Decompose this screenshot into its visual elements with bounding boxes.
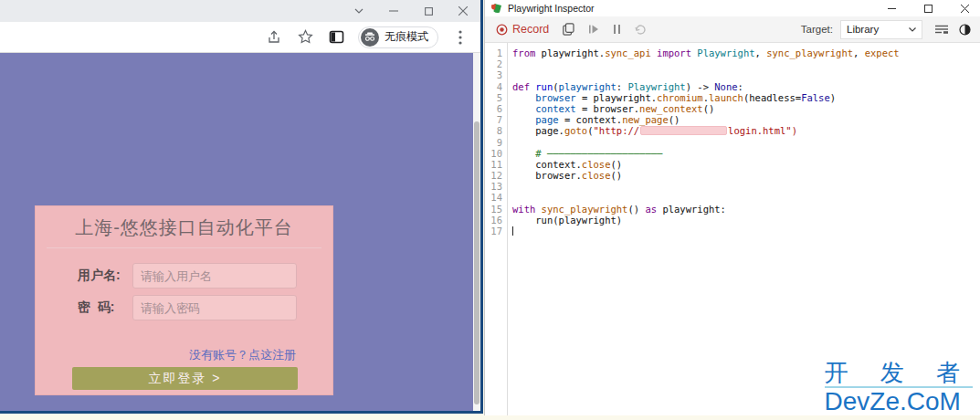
login-button[interactable]: 立即登录 > bbox=[72, 367, 298, 390]
divider bbox=[47, 247, 321, 248]
record-label: Record bbox=[512, 23, 549, 36]
code-line: 14 bbox=[485, 192, 980, 203]
code-text: def run(playwright: Playwright) -> None: bbox=[507, 81, 743, 92]
browser-toolbar: 无痕模式 bbox=[0, 22, 480, 53]
watermark-en: DevZe.CoM bbox=[825, 389, 973, 415]
code-line: 17 bbox=[485, 226, 980, 236]
code-text: page.goto("http://login.html") bbox=[507, 125, 797, 136]
target-select[interactable]: Library bbox=[840, 20, 922, 39]
side-panel-icon[interactable] bbox=[327, 28, 345, 47]
incognito-icon bbox=[361, 28, 379, 47]
resume-icon[interactable] bbox=[588, 24, 599, 35]
code-line: 15with sync_playwright() as playwright: bbox=[485, 204, 980, 215]
inspector-toolbar: Record Target: Library bbox=[485, 16, 980, 43]
password-row: 密 码: bbox=[78, 295, 312, 320]
share-icon[interactable] bbox=[265, 28, 283, 47]
record-controls: Record bbox=[496, 23, 801, 36]
scrollbar-thumb[interactable] bbox=[474, 121, 479, 404]
inspector-close-button[interactable] bbox=[949, 0, 980, 16]
line-number: 9 bbox=[485, 137, 507, 148]
inspector-minimize-button[interactable] bbox=[876, 0, 907, 16]
line-number: 10 bbox=[485, 148, 507, 159]
username-label: 用户名: bbox=[78, 268, 132, 284]
code-text: with sync_playwright() as playwright: bbox=[507, 204, 726, 215]
line-number: 8 bbox=[485, 125, 507, 136]
target-controls: Target: Library bbox=[801, 20, 971, 39]
watermark: 开 发 者 DevZe.CoM bbox=[825, 361, 973, 415]
bookmark-star-icon[interactable] bbox=[296, 28, 314, 47]
select-chevron-icon bbox=[909, 27, 916, 32]
code-line: 10 # ──────────────────── bbox=[485, 148, 980, 159]
code-line: 7 page = context.new_page() bbox=[485, 114, 980, 125]
line-number: 17 bbox=[485, 226, 507, 236]
inspector-title: Playwright Inspector bbox=[508, 3, 870, 14]
code-text bbox=[507, 192, 512, 203]
maximize-button[interactable] bbox=[411, 0, 446, 22]
code-text bbox=[507, 137, 512, 148]
line-number: 7 bbox=[485, 114, 507, 125]
step-over-icon[interactable] bbox=[635, 24, 647, 35]
source-list-icon[interactable] bbox=[935, 25, 948, 34]
code-text bbox=[507, 58, 512, 69]
browser-scrollbar[interactable] bbox=[473, 53, 480, 411]
record-icon bbox=[496, 24, 508, 36]
browser-titlebar bbox=[0, 0, 480, 22]
register-link[interactable]: 没有账号？点这注册 bbox=[189, 348, 296, 362]
inspector-titlebar: Playwright Inspector bbox=[485, 0, 980, 16]
browser-window: 无痕模式 上海-悠悠接口自动化平台 用户名: 密 码: 没有账号？点这注册 立即… bbox=[0, 0, 483, 414]
code-line: 13 bbox=[485, 181, 980, 192]
line-number: 3 bbox=[485, 69, 507, 80]
code-text: browser = playwright.chromium.launch(hea… bbox=[507, 92, 836, 103]
record-button[interactable]: Record bbox=[496, 23, 549, 36]
code-text: page = context.new_page() bbox=[507, 114, 680, 125]
code-line: 5 browser = playwright.chromium.launch(h… bbox=[485, 92, 980, 103]
chevron-down-icon[interactable] bbox=[342, 0, 376, 22]
browser-menu-icon[interactable] bbox=[451, 28, 469, 47]
close-button[interactable] bbox=[446, 0, 480, 22]
incognito-label: 无痕模式 bbox=[385, 29, 428, 45]
pause-icon[interactable] bbox=[613, 24, 621, 35]
line-number: 15 bbox=[485, 204, 507, 215]
line-number: 1 bbox=[485, 47, 507, 58]
code-line: 16 run(playwright) bbox=[485, 215, 980, 226]
login-panel: 上海-悠悠接口自动化平台 用户名: 密 码: 没有账号？点这注册 立即登录 > bbox=[35, 205, 333, 395]
incognito-badge[interactable]: 无痕模式 bbox=[358, 26, 438, 48]
code-line: 12 browser.close() bbox=[485, 170, 980, 181]
code-lines: 1from playwright.sync_api import Playwri… bbox=[485, 47, 980, 236]
code-text: context.close() bbox=[507, 159, 622, 170]
code-line: 2 bbox=[485, 58, 980, 69]
line-number: 16 bbox=[485, 215, 507, 226]
code-line: 11 context.close() bbox=[485, 159, 980, 170]
password-input[interactable] bbox=[132, 295, 297, 320]
code-text bbox=[507, 69, 512, 80]
inspector-maximize-button[interactable] bbox=[912, 0, 943, 16]
code-line: 3 bbox=[485, 69, 980, 80]
code-line: 8 page.goto("http://login.html") bbox=[485, 125, 980, 136]
line-number: 11 bbox=[485, 159, 507, 170]
line-number: 4 bbox=[485, 81, 507, 92]
playwright-logo-icon bbox=[490, 3, 502, 14]
theme-contrast-icon[interactable] bbox=[959, 24, 971, 36]
username-input[interactable] bbox=[132, 263, 297, 289]
copy-icon[interactable] bbox=[563, 23, 574, 36]
code-text: from playwright.sync_api import Playwrig… bbox=[507, 47, 900, 58]
page-title: 上海-悠悠接口自动化平台 bbox=[36, 215, 332, 240]
line-number: 14 bbox=[485, 192, 507, 203]
code-text: run(playwright) bbox=[507, 215, 622, 226]
target-label: Target: bbox=[801, 24, 833, 35]
code-line: 4def run(playwright: Playwright) -> None… bbox=[485, 81, 980, 92]
playwright-inspector-window: Playwright Inspector Record bbox=[484, 0, 980, 415]
redacted-url-box bbox=[640, 126, 727, 135]
minimize-button[interactable] bbox=[376, 0, 411, 22]
password-label: 密 码: bbox=[78, 299, 132, 316]
line-number: 5 bbox=[485, 92, 507, 103]
line-number: 12 bbox=[485, 170, 507, 181]
line-number: 6 bbox=[485, 103, 507, 114]
code-line: 1from playwright.sync_api import Playwri… bbox=[485, 47, 980, 58]
line-number: 2 bbox=[485, 58, 507, 69]
code-text: context = browser.new_context() bbox=[507, 103, 714, 114]
target-value: Library bbox=[847, 24, 879, 35]
code-text bbox=[507, 226, 513, 236]
register-row: 没有账号？点这注册 bbox=[36, 346, 296, 363]
code-line: 6 context = browser.new_context() bbox=[485, 103, 980, 114]
